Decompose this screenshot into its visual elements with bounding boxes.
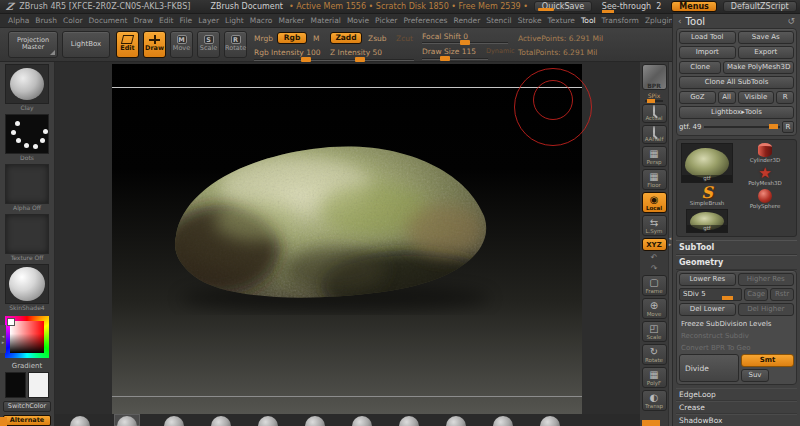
menu-file[interactable]: File <box>180 16 193 25</box>
brush-thumbnail[interactable] <box>164 416 184 426</box>
menu-stroke[interactable]: Stroke <box>518 16 542 25</box>
menu-document[interactable]: Document <box>89 16 128 25</box>
current-brush-selector[interactable]: Clay <box>4 64 50 112</box>
left-tray-divider-handle[interactable]: ◂▸ <box>0 325 6 353</box>
brush-thumbnail[interactable] <box>352 416 372 426</box>
back-icon[interactable]: ‹ <box>678 16 682 26</box>
transparency-button[interactable]: ◐Transp <box>642 390 667 411</box>
brush-thumbnail[interactable] <box>446 416 466 426</box>
menu-texture[interactable]: Texture <box>548 16 575 25</box>
zcut-toggle[interactable]: Zcut <box>396 34 413 43</box>
crease-section-header[interactable]: Crease <box>676 401 797 414</box>
subtool-section-header[interactable]: SubTool <box>676 240 797 255</box>
nav-scale-button[interactable]: ◰Scale <box>642 321 667 342</box>
simplebrush-tool[interactable]: S SimpleBrush <box>690 185 725 207</box>
geometry-section-header[interactable]: Geometry <box>676 255 797 270</box>
local-symmetry-button[interactable]: ⇆L.Sym <box>642 215 667 236</box>
cage-button[interactable]: Cage <box>744 288 768 301</box>
save-as-button[interactable]: Save As <box>738 31 795 44</box>
brush-thumbnail[interactable] <box>399 416 419 426</box>
lower-res-button[interactable]: Lower Res <box>679 273 736 286</box>
menu-picker[interactable]: Picker <box>375 16 397 25</box>
export-button[interactable]: Export <box>738 46 795 59</box>
m-toggle[interactable]: M <box>313 34 319 43</box>
document-canvas[interactable] <box>112 64 582 414</box>
reload-icon[interactable]: ↺ <box>787 16 795 26</box>
menu-alpha[interactable]: Alpha <box>8 16 29 25</box>
floor-grid-button[interactable]: ▦Floor <box>642 169 667 190</box>
goz-all-button[interactable]: All <box>718 91 736 104</box>
menu-preferences[interactable]: Preferences <box>403 16 447 25</box>
sdiv-slider[interactable]: SDiv 5 <box>679 288 742 301</box>
current-texture-selector[interactable]: Texture Off <box>4 214 50 262</box>
higher-res-button[interactable]: Higher Res <box>738 273 795 286</box>
brush-thumbnail[interactable] <box>540 416 560 426</box>
menu-tool[interactable]: Tool <box>581 16 596 25</box>
perspective-button[interactable]: ▦Persp <box>642 146 667 167</box>
polysphere-tool[interactable]: PolySphere <box>750 189 781 210</box>
menu-color[interactable]: Color <box>63 16 83 25</box>
goz-r-button[interactable]: R <box>776 91 794 104</box>
default-zscript-button[interactable]: DefaultZScript <box>723 1 797 12</box>
rotate-cw-icon[interactable]: ↷ <box>651 264 658 273</box>
suv-toggle[interactable]: Suv <box>741 369 769 382</box>
color-picker[interactable] <box>5 316 49 358</box>
quicksave-button[interactable]: QuickSave <box>534 1 592 12</box>
import-button[interactable]: Import <box>679 46 736 59</box>
convert-bpr-button[interactable]: Convert BPR To Geo <box>679 342 794 354</box>
main-color-swatch[interactable] <box>5 372 26 398</box>
polymesh3d-tool[interactable]: ★ PolyMesh3D <box>748 166 781 187</box>
clone-all-subtools-button[interactable]: Clone All SubTools <box>679 76 794 89</box>
menu-light[interactable]: Light <box>225 16 244 25</box>
see-through-handle[interactable] <box>602 10 614 13</box>
menu-edit[interactable]: Edit <box>159 16 174 25</box>
cylinder3d-tool[interactable]: Cylinder3D <box>750 143 781 164</box>
load-tool-button[interactable]: Load Tool <box>679 31 736 44</box>
projection-master-button[interactable]: Projection Master <box>8 31 58 58</box>
rgb-intensity-slider[interactable] <box>254 59 340 61</box>
divide-button[interactable]: Divide <box>679 354 739 382</box>
edit-button[interactable]: Edit <box>116 31 139 58</box>
clone-button[interactable]: Clone <box>679 61 721 74</box>
xyz-constraint-button[interactable]: XYZ <box>642 238 667 251</box>
local-pivot-button[interactable]: ◉Local <box>642 192 667 213</box>
menu-movie[interactable]: Movie <box>347 16 369 25</box>
rstr-button[interactable]: Rstr <box>770 288 794 301</box>
nav-rotate-button[interactable]: ↻Rotate <box>642 344 667 365</box>
z-intensity-slider[interactable] <box>330 59 414 61</box>
nav-move-button[interactable]: ⊕Move <box>642 298 667 319</box>
smt-toggle[interactable]: Smt <box>741 354 794 367</box>
spix-slider[interactable]: SPix <box>642 92 667 102</box>
del-higher-button[interactable]: Del Higher <box>738 303 795 316</box>
menu-marker[interactable]: Marker <box>278 16 304 25</box>
reconstruct-subdiv-button[interactable]: Reconstruct Subdiv <box>679 330 794 342</box>
brush-thumbnail[interactable] <box>258 416 278 426</box>
menu-macro[interactable]: Macro <box>250 16 273 25</box>
current-material-selector[interactable]: SkinShade4 <box>4 264 50 312</box>
lightbox-button[interactable]: LightBox <box>62 31 110 58</box>
menu-render[interactable]: Render <box>454 16 481 25</box>
polyframe-button[interactable]: ▦PolyF <box>642 367 667 388</box>
tool-item-slider[interactable]: gtf. 49 R <box>679 121 794 133</box>
menu-stencil[interactable]: Stencil <box>486 16 511 25</box>
current-tool-thumbnail[interactable]: gtf <box>681 143 733 183</box>
make-polymesh3d-button[interactable]: Make PolyMesh3D <box>723 61 794 74</box>
goz-button[interactable]: GoZ <box>679 91 716 104</box>
see-through-slider[interactable]: See-through 2 <box>598 2 665 11</box>
dynamic-toggle[interactable]: Dynamic <box>486 47 515 55</box>
draw-size-slider[interactable] <box>422 58 488 60</box>
brush-thumbnail[interactable] <box>211 416 231 426</box>
recent-tool-thumbnail[interactable]: gtf <box>686 209 728 233</box>
menu-zplugin[interactable]: Zplugin <box>645 16 672 25</box>
menu-transform[interactable]: Transform <box>602 16 639 25</box>
lightbox-tools-button[interactable]: Lightbox▸Tools <box>679 106 794 119</box>
brush-thumbnail[interactable] <box>493 416 513 426</box>
current-alpha-selector[interactable]: Alpha Off <box>4 164 50 212</box>
brush-thumbnail[interactable] <box>305 416 325 426</box>
menu-brush[interactable]: Brush <box>35 16 57 25</box>
focal-shift-slider[interactable] <box>422 42 508 44</box>
menu-draw[interactable]: Draw <box>133 16 153 25</box>
shadowbox-section-header[interactable]: ShadowBox <box>676 414 797 426</box>
secondary-color-swatch[interactable] <box>28 372 49 398</box>
draw-button[interactable]: Draw <box>143 31 166 58</box>
